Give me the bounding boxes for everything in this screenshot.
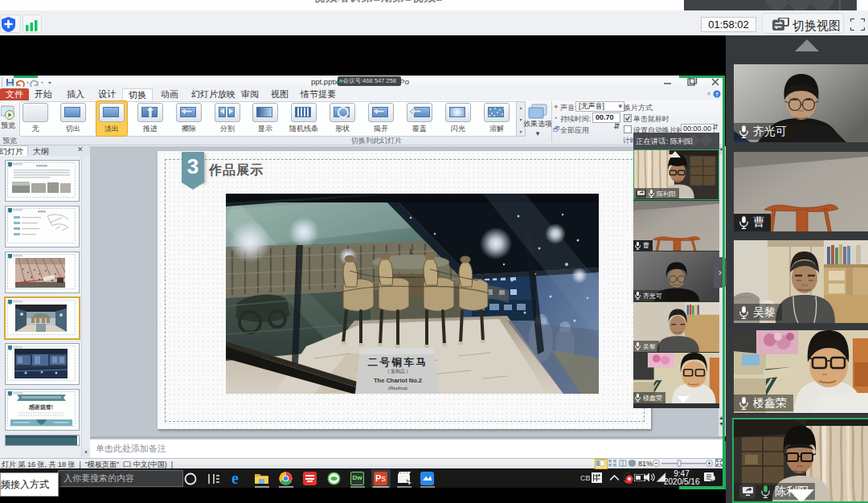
svg-text:感谢观看!: 感谢观看! bbox=[28, 404, 53, 411]
svg-text:?: ? bbox=[715, 92, 719, 97]
